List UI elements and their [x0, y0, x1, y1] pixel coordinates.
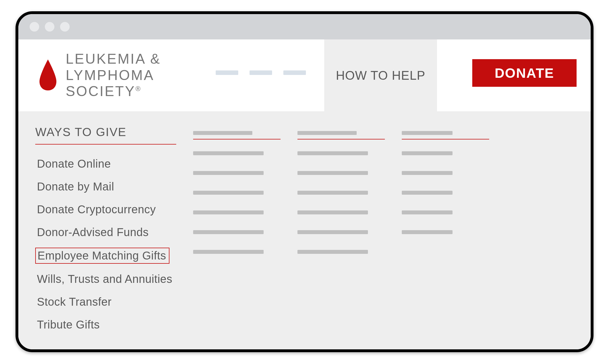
logo-line3: SOCIETY®	[66, 83, 161, 100]
menu-column-placeholder	[402, 125, 489, 349]
menu-column-ways-to-give: WAYS TO GIVE Donate Online Donate by Mai…	[35, 125, 176, 349]
nav-placeholder-group	[216, 70, 306, 75]
placeholder-list	[297, 151, 385, 254]
placeholder-heading	[297, 131, 357, 135]
placeholder-link[interactable]	[402, 191, 453, 195]
placeholder-link[interactable]	[193, 210, 264, 214]
placeholder-underline	[402, 139, 489, 139]
window-title-bar	[18, 14, 591, 39]
link-donate-cryptocurrency[interactable]: Donate Cryptocurrency	[35, 202, 176, 217]
placeholder-link[interactable]	[297, 250, 368, 254]
placeholder-heading	[402, 131, 453, 135]
donate-button-label: DONATE	[495, 65, 554, 81]
placeholder-underline	[193, 139, 281, 139]
placeholder-link[interactable]	[402, 210, 453, 214]
placeholder-link[interactable]	[193, 171, 264, 175]
menu-column-placeholder	[193, 125, 281, 349]
placeholder-link[interactable]	[193, 250, 264, 254]
site-header: LEUKEMIA & LYMPHOMA SOCIETY® HOW TO HELP…	[18, 39, 591, 111]
placeholder-link[interactable]	[193, 191, 264, 195]
window-control-minimize[interactable]	[45, 22, 54, 32]
placeholder-link[interactable]	[297, 151, 368, 155]
placeholder-underline	[297, 139, 385, 139]
blood-drop-icon	[38, 59, 58, 92]
nav-placeholder[interactable]	[216, 70, 238, 75]
nav-how-to-help-label: HOW TO HELP	[336, 68, 425, 83]
link-employee-matching-gifts[interactable]: Employee Matching Gifts	[35, 248, 169, 264]
placeholder-link[interactable]	[193, 230, 264, 234]
placeholder-heading	[193, 131, 252, 135]
placeholder-list	[193, 151, 281, 254]
ways-to-give-list: Donate Online Donate by Mail Donate Cryp…	[35, 156, 176, 332]
link-donate-by-mail[interactable]: Donate by Mail	[35, 179, 176, 194]
link-donate-online[interactable]: Donate Online	[35, 156, 176, 171]
menu-heading-ways-to-give: WAYS TO GIVE	[35, 125, 176, 145]
window-control-close[interactable]	[30, 22, 39, 32]
menu-column-placeholder	[297, 125, 385, 349]
logo-text: LEUKEMIA & LYMPHOMA SOCIETY®	[66, 51, 161, 100]
link-donor-advised-funds[interactable]: Donor-Advised Funds	[35, 225, 176, 240]
logo-line2: LYMPHOMA	[66, 67, 161, 84]
mega-menu: WAYS TO GIVE Donate Online Donate by Mai…	[18, 111, 591, 349]
logo-line1: LEUKEMIA &	[66, 51, 161, 67]
nav-how-to-help[interactable]: HOW TO HELP	[324, 39, 437, 111]
nav-placeholder[interactable]	[250, 70, 272, 75]
placeholder-link[interactable]	[193, 151, 264, 155]
nav-placeholder[interactable]	[283, 70, 306, 75]
browser-window: LEUKEMIA & LYMPHOMA SOCIETY® HOW TO HELP…	[16, 11, 593, 352]
placeholder-link[interactable]	[402, 151, 453, 155]
placeholder-link[interactable]	[297, 210, 368, 214]
link-tribute-gifts[interactable]: Tribute Gifts	[35, 317, 176, 332]
window-control-zoom[interactable]	[60, 22, 70, 32]
placeholder-link[interactable]	[402, 171, 453, 175]
link-stock-transfer[interactable]: Stock Transfer	[35, 294, 176, 309]
placeholder-list	[402, 151, 489, 234]
site-logo[interactable]: LEUKEMIA & LYMPHOMA SOCIETY®	[38, 51, 161, 100]
link-wills-trusts-annuities[interactable]: Wills, Trusts and Annuities	[35, 272, 176, 287]
placeholder-link[interactable]	[402, 230, 453, 234]
placeholder-link[interactable]	[297, 230, 368, 234]
donate-button[interactable]: DONATE	[472, 59, 577, 87]
placeholder-link[interactable]	[297, 191, 368, 195]
placeholder-link[interactable]	[297, 171, 368, 175]
